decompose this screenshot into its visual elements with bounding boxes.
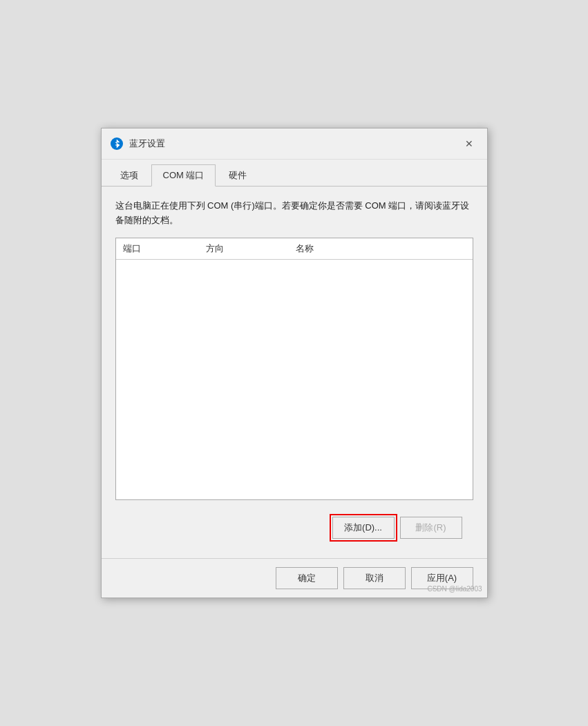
title-bar: 蓝牙设置 ✕ (102, 128, 487, 160)
col-header-direction: 方向 (206, 242, 296, 255)
dialog-title: 蓝牙设置 (129, 137, 454, 150)
content-area: 这台电脑正在使用下列 COM (串行)端口。若要确定你是否需要 COM 端口，请… (102, 187, 487, 558)
remove-button[interactable]: 删除(R) (400, 517, 462, 539)
tabs-bar: 选项 COM 端口 硬件 (102, 160, 487, 187)
table-body (116, 260, 473, 499)
tab-com-port[interactable]: COM 端口 (151, 164, 216, 187)
table-header: 端口 方向 名称 (116, 238, 473, 260)
watermark: CSDN @lida2003 (427, 585, 482, 593)
description-text: 这台电脑正在使用下列 COM (串行)端口。若要确定你是否需要 COM 端口，请… (115, 199, 473, 228)
bluetooth-settings-dialog: 蓝牙设置 ✕ 选项 COM 端口 硬件 这台电脑正在使用下列 COM (串行)端… (101, 128, 488, 598)
col-header-port: 端口 (123, 242, 206, 255)
ok-button[interactable]: 确定 (276, 567, 338, 589)
close-button[interactable]: ✕ (459, 134, 479, 153)
tab-options[interactable]: 选项 (108, 164, 150, 187)
col-header-name: 名称 (296, 242, 466, 255)
com-port-table: 端口 方向 名称 (115, 238, 473, 500)
cancel-button[interactable]: 取消 (343, 567, 406, 589)
add-button[interactable]: 添加(D)... (332, 517, 395, 539)
bluetooth-icon (110, 137, 124, 151)
table-actions: 添加(D)... 删除(R) (115, 510, 473, 546)
tab-hardware[interactable]: 硬件 (217, 164, 258, 187)
